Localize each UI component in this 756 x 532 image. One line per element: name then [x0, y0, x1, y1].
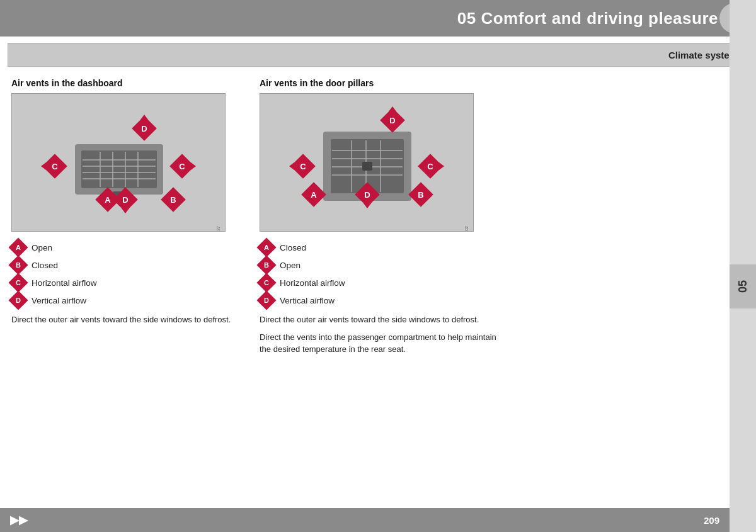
right-description-2: Direct the vents into the passenger comp…: [260, 331, 496, 356]
svg-text:G033202: G033202: [464, 226, 469, 232]
left-description: Direct the outer air vents toward the si…: [11, 314, 248, 326]
list-item: A Open: [11, 241, 248, 254]
dashboard-vent-image: A B C C: [11, 93, 226, 232]
badge-a-left: A: [8, 237, 28, 257]
svg-text:D: D: [141, 124, 147, 133]
badge-a-right: A: [256, 237, 276, 257]
svg-text:D: D: [389, 116, 395, 125]
main-content: Air vents in the dashboard: [0, 67, 756, 356]
svg-text:D: D: [122, 195, 128, 205]
right-description-1: Direct the outer air vents toward the si…: [260, 314, 496, 326]
badge-b-right: B: [256, 255, 276, 274]
badge-d-right: D: [256, 290, 276, 310]
right-sidebar: 05: [730, 0, 756, 532]
door-vent-image: A B C C: [260, 93, 474, 232]
header-title: 05 Comfort and driving pleasure: [457, 9, 718, 28]
section-title: Climate system: [668, 50, 738, 60]
empty-column: [508, 78, 745, 356]
right-column: Air vents in the door pillars: [260, 78, 508, 356]
svg-text:B: B: [418, 190, 423, 200]
svg-text:G031437: G031437: [216, 226, 220, 232]
list-item: B Open: [260, 258, 496, 272]
list-item: D Vertical airflow: [260, 293, 496, 307]
svg-rect-4: [81, 150, 157, 188]
list-item: C Horizontal airflow: [11, 276, 248, 290]
chapter-tab: 05: [730, 264, 756, 308]
page-header: 05 Comfort and driving pleasure: [0, 0, 756, 37]
svg-text:A: A: [311, 190, 317, 200]
svg-text:C: C: [300, 162, 306, 171]
right-col-title: Air vents in the door pillars: [260, 78, 496, 88]
left-feature-list: A Open B Closed C Horizontal airflow D: [11, 241, 248, 307]
badge-c-left: C: [8, 273, 28, 292]
badge-c-right: C: [256, 273, 276, 292]
svg-rect-41: [362, 162, 372, 171]
list-item: C Horizontal airflow: [260, 276, 496, 290]
svg-text:C: C: [52, 162, 58, 171]
prev-next-arrows[interactable]: ▶▶: [10, 513, 28, 527]
svg-text:B: B: [170, 195, 176, 205]
page-number: 209: [704, 515, 719, 526]
svg-text:C: C: [427, 162, 433, 171]
svg-text:C: C: [179, 162, 185, 171]
badge-d-left: D: [8, 290, 28, 310]
left-col-title: Air vents in the dashboard: [11, 78, 248, 88]
left-column: Air vents in the dashboard: [11, 78, 260, 356]
list-item: D Vertical airflow: [11, 293, 248, 307]
list-item: B Closed: [11, 258, 248, 272]
section-header: Climate system: [8, 43, 748, 67]
bottom-bar: ▶▶ 209: [0, 508, 730, 532]
svg-text:A: A: [105, 195, 111, 205]
list-item: A Closed: [260, 241, 496, 254]
badge-b-left: B: [8, 255, 28, 274]
svg-text:D: D: [364, 190, 370, 200]
chapter-tab-number: 05: [736, 280, 750, 293]
right-feature-list: A Closed B Open C Horizontal airflow D: [260, 241, 496, 307]
